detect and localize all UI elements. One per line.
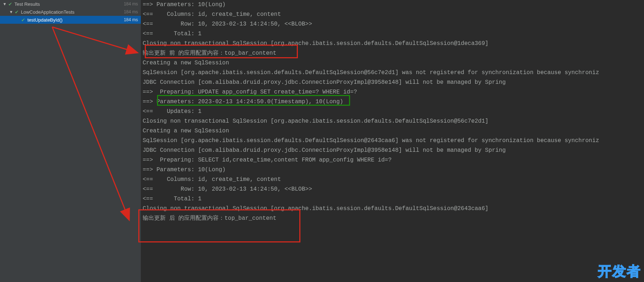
test-node-time: 184 ms: [124, 17, 138, 22]
test-tree-root[interactable]: ▼ ✔ Test Results 184 ms: [0, 0, 141, 8]
console-line: <== Updates: 1: [143, 107, 643, 117]
check-icon: ✔: [20, 17, 26, 23]
console-line: 输出更新 后 的应用配置内容：top_bar_content: [143, 214, 643, 223]
console-output[interactable]: ==> Parameters: 10(Long) <== Columns: id…: [141, 0, 644, 282]
console-line: ==> Parameters: 10(Long): [143, 165, 643, 175]
console-line: ==> Preparing: SELECT id,create_time,con…: [143, 155, 643, 165]
test-node-time: 184 ms: [124, 9, 138, 14]
console-line: <== Row: 10, 2023-02-13 14:24:50, <<BLOB…: [143, 19, 643, 29]
test-node-time: 184 ms: [124, 1, 138, 6]
console-line: <== Columns: id, create_time, content: [143, 10, 643, 19]
test-tree-method[interactable]: ✔ testUpdateById() 184 ms: [0, 16, 141, 24]
console-line: <== Row: 10, 2023-02-13 14:24:50, <<BLOB…: [143, 185, 643, 194]
check-icon: ✔: [14, 9, 19, 15]
console-line: <== Total: 1: [143, 194, 643, 204]
console-line: <== Total: 1: [143, 29, 643, 39]
console-line: Closing non transactional SqlSession [or…: [143, 39, 643, 49]
console-line: Closing non transactional SqlSession [or…: [143, 204, 643, 214]
console-line: ==> Parameters: 2023-02-13 14:24:50.0(Ti…: [143, 97, 643, 107]
console-line: ==> Preparing: UPDATE app_config SET cre…: [143, 87, 643, 97]
console-line: ==> Parameters: 10(Long): [143, 0, 643, 10]
test-tree-class[interactable]: ▼ ✔ LowCodeApplicationTests 184 ms: [0, 8, 141, 16]
console-line: 输出更新 前 的应用配置内容：top_bar_content: [143, 49, 643, 58]
console-line: <== Columns: id, create_time, content: [143, 175, 643, 185]
console-line: JDBC Connection [com.alibaba.druid.proxy…: [143, 146, 643, 155]
console-line: Closing non transactional SqlSession [or…: [143, 117, 643, 126]
test-node-label: LowCodeApplicationTests: [21, 9, 141, 15]
console-line: JDBC Connection [com.alibaba.druid.proxy…: [143, 78, 643, 87]
chevron-down-icon[interactable]: ▼: [2, 2, 7, 6]
console-line: Creating a new SqlSession: [143, 58, 643, 68]
console-line: SqlSession [org.apache.ibatis.session.de…: [143, 68, 643, 78]
test-results-panel: ▼ ✔ Test Results 184 ms ▼ ✔ LowCodeAppli…: [0, 0, 141, 282]
chevron-down-icon[interactable]: ▼: [9, 10, 14, 14]
watermark-text: 开发者: [598, 262, 641, 281]
console-line: Creating a new SqlSession: [143, 126, 643, 136]
test-node-label: Test Results: [14, 1, 141, 7]
console-line: SqlSession [org.apache.ibatis.session.de…: [143, 136, 643, 146]
check-icon: ✔: [7, 1, 13, 7]
